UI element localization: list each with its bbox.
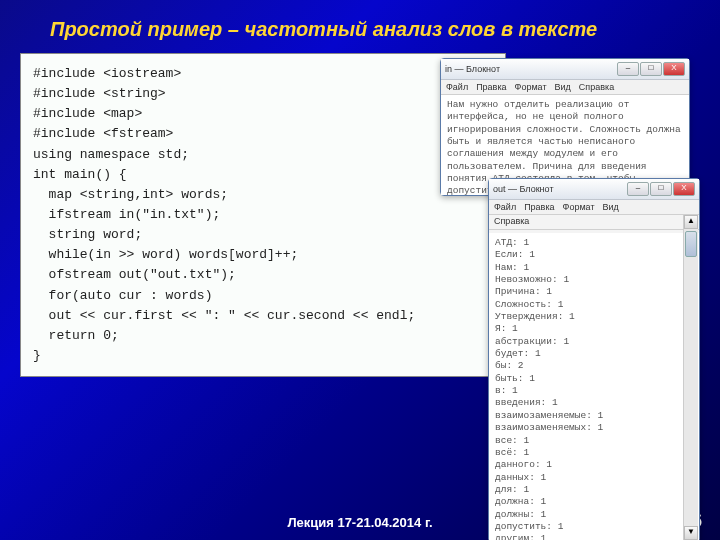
output-line: Если: 1 [495, 249, 693, 261]
scroll-up-icon[interactable]: ▲ [684, 215, 698, 229]
titlebar[interactable]: out — Блокнот – □ X [489, 179, 699, 200]
output-line: Невозможно: 1 [495, 274, 693, 286]
menu-bar: Файл Правка Формат Вид Справка [441, 80, 689, 95]
menu-file[interactable]: Файл [494, 202, 516, 212]
output-line: должна: 1 [495, 496, 693, 508]
divider [489, 229, 699, 230]
notepad-body[interactable]: АТД: 1Если: 1Нам: 1Невозможно: 1Причина:… [489, 233, 699, 540]
menu-format[interactable]: Формат [563, 202, 595, 212]
slide-title: Простой пример – частотный анализ слов в… [0, 0, 720, 53]
menu-view[interactable]: Вид [555, 82, 571, 92]
minimize-button[interactable]: – [627, 182, 649, 196]
notepad-window-out: out — Блокнот – □ X Файл Правка Формат В… [488, 178, 700, 540]
scroll-down-icon[interactable]: ▼ [684, 526, 698, 540]
output-line: Утверждения: 1 [495, 311, 693, 323]
close-button[interactable]: X [673, 182, 695, 196]
output-line: должны: 1 [495, 509, 693, 521]
code-block: #include <iostream> #include <string> #i… [33, 64, 493, 366]
menu-help[interactable]: Справка [579, 82, 614, 92]
window-title: in — Блокнот [445, 64, 500, 74]
output-line: Нам: 1 [495, 262, 693, 274]
menu-edit[interactable]: Правка [476, 82, 506, 92]
output-line: все: 1 [495, 435, 693, 447]
output-line: другим: 1 [495, 533, 693, 540]
menu-help[interactable]: Справка [489, 215, 699, 227]
maximize-button[interactable]: □ [650, 182, 672, 196]
output-line: данного: 1 [495, 459, 693, 471]
output-line: Сложность: 1 [495, 299, 693, 311]
output-line: абстракции: 1 [495, 336, 693, 348]
menu-view[interactable]: Вид [603, 202, 619, 212]
output-line: всё: 1 [495, 447, 693, 459]
window-buttons: – □ X [627, 182, 695, 196]
menu-format[interactable]: Формат [515, 82, 547, 92]
menu-edit[interactable]: Правка [524, 202, 554, 212]
output-line: в: 1 [495, 385, 693, 397]
minimize-button[interactable]: – [617, 62, 639, 76]
output-line: для: 1 [495, 484, 693, 496]
menu-file[interactable]: Файл [446, 82, 468, 92]
output-line: введения: 1 [495, 397, 693, 409]
close-button[interactable]: X [663, 62, 685, 76]
scroll-thumb[interactable] [685, 231, 697, 257]
output-line: быть: 1 [495, 373, 693, 385]
output-line: будет: 1 [495, 348, 693, 360]
maximize-button[interactable]: □ [640, 62, 662, 76]
output-line: Причина: 1 [495, 286, 693, 298]
output-line: взаимозаменяемые: 1 [495, 410, 693, 422]
scrollbar[interactable]: ▲ ▼ [683, 215, 698, 540]
output-line: Я: 1 [495, 323, 693, 335]
output-line: бы: 2 [495, 360, 693, 372]
code-panel: #include <iostream> #include <string> #i… [20, 53, 506, 377]
notepad-window-in: in — Блокнот – □ X Файл Правка Формат Ви… [440, 58, 690, 196]
menu-bar: Файл Правка Формат Вид [489, 200, 699, 215]
output-line: АТД: 1 [495, 237, 693, 249]
output-line: взаимозаменяемых: 1 [495, 422, 693, 434]
output-line: допустить: 1 [495, 521, 693, 533]
window-buttons: – □ X [617, 62, 685, 76]
window-title: out — Блокнот [493, 184, 554, 194]
titlebar[interactable]: in — Блокнот – □ X [441, 59, 689, 80]
output-line: данных: 1 [495, 472, 693, 484]
